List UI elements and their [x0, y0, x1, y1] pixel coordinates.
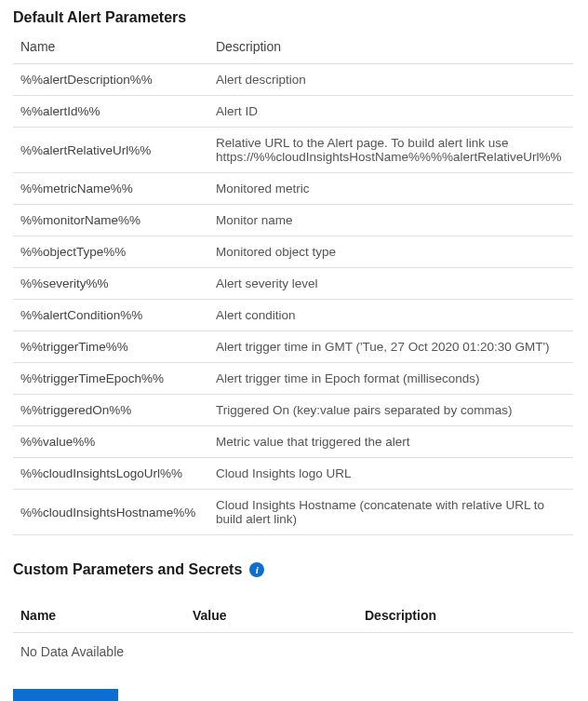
custom-header-description: Description: [357, 600, 573, 633]
info-icon[interactable]: i: [249, 562, 264, 577]
param-name: %%cloudInsightsLogoUrl%%: [13, 458, 208, 490]
table-row: %%cloudInsightsHostname%%Cloud Insights …: [13, 490, 573, 535]
param-name: %%objectType%%: [13, 236, 208, 268]
table-row: %%severity%%Alert severity level: [13, 268, 573, 300]
param-description: Cloud Insights Hostname (concatenate wit…: [208, 490, 573, 535]
custom-params-title-row: Custom Parameters and Secrets i: [13, 561, 573, 578]
table-row: No Data Available: [13, 633, 573, 671]
param-description: Triggered On (key:value pairs separated …: [208, 395, 573, 426]
param-name: %%value%%: [13, 426, 208, 458]
plus-icon: +: [25, 697, 35, 701]
param-name: %%triggeredOn%%: [13, 395, 208, 426]
table-row: %%monitorName%%Monitor name: [13, 205, 573, 236]
no-data-message: No Data Available: [13, 633, 573, 671]
param-name: %%severity%%: [13, 268, 208, 300]
default-header-description: Description: [208, 32, 573, 64]
param-description: Relative URL to the Alert page. To build…: [208, 128, 573, 173]
default-params-title: Default Alert Parameters: [13, 9, 573, 26]
table-row: %%triggeredOn%%Triggered On (key:value p…: [13, 395, 573, 426]
custom-header-name: Name: [13, 600, 185, 633]
param-description: Alert ID: [208, 96, 573, 128]
param-name: %%alertDescription%%: [13, 64, 208, 96]
param-name: %%metricName%%: [13, 173, 208, 205]
param-description: Monitored object type: [208, 236, 573, 268]
param-description: Cloud Insights logo URL: [208, 458, 573, 490]
param-description: Alert trigger time in Epoch format (mill…: [208, 363, 573, 395]
table-row: %%alertDescription%%Alert description: [13, 64, 573, 96]
param-name: %%monitorName%%: [13, 205, 208, 236]
param-name: %%alertCondition%%: [13, 300, 208, 331]
param-name: %%cloudInsightsHostname%%: [13, 490, 208, 535]
custom-params-table: Name Value Description No Data Available: [13, 600, 573, 670]
table-row: %%cloudInsightsLogoUrl%%Cloud Insights l…: [13, 458, 573, 490]
table-row: %%alertId%%Alert ID: [13, 96, 573, 128]
param-description: Metric value that triggered the alert: [208, 426, 573, 458]
param-name: %%alertRelativeUrl%%: [13, 128, 208, 173]
default-params-table: Name Description %%alertDescription%%Ale…: [13, 32, 573, 535]
table-row: %%alertRelativeUrl%%Relative URL to the …: [13, 128, 573, 173]
table-row: %%alertCondition%%Alert condition: [13, 300, 573, 331]
table-row: %%triggerTime%%Alert trigger time in GMT…: [13, 331, 573, 363]
default-header-name: Name: [13, 32, 208, 64]
table-row: %%value%%Metric value that triggered the…: [13, 426, 573, 458]
param-description: Monitor name: [208, 205, 573, 236]
add-parameter-button[interactable]: + Parameter: [13, 689, 118, 701]
table-row: %%triggerTimeEpoch%%Alert trigger time i…: [13, 363, 573, 395]
custom-header-value: Value: [185, 600, 357, 633]
param-description: Alert description: [208, 64, 573, 96]
param-name: %%triggerTimeEpoch%%: [13, 363, 208, 395]
param-name: %%alertId%%: [13, 96, 208, 128]
param-name: %%triggerTime%%: [13, 331, 208, 363]
param-description: Alert trigger time in GMT ('Tue, 27 Oct …: [208, 331, 573, 363]
custom-params-title: Custom Parameters and Secrets: [13, 561, 242, 578]
table-row: %%objectType%%Monitored object type: [13, 236, 573, 268]
table-row: %%metricName%%Monitored metric: [13, 173, 573, 205]
param-description: Monitored metric: [208, 173, 573, 205]
param-description: Alert condition: [208, 300, 573, 331]
param-description: Alert severity level: [208, 268, 573, 300]
